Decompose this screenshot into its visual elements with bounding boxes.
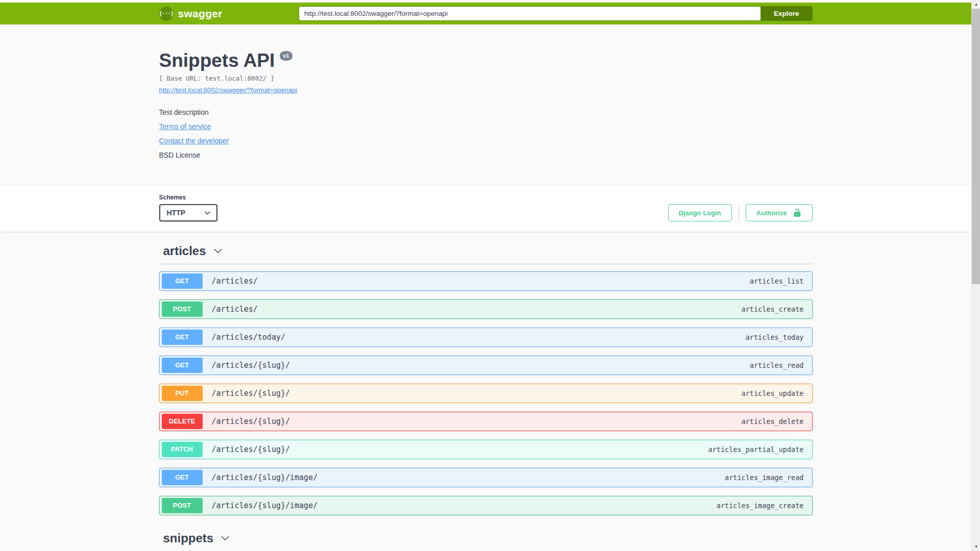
terms-of-service-link[interactable]: Terms of service — [159, 122, 211, 131]
auth-wrapper: Django Login Authorize — [668, 204, 813, 221]
opblock-articles_image_create[interactable]: POST/articles/{slug}/image/articles_imag… — [159, 496, 813, 515]
schemes-wrapper: Schemes HTTP — [159, 194, 217, 221]
chevron-down-icon — [212, 245, 224, 257]
opblock-articles_delete[interactable]: DELETE/articles/{slug}/articles_delete — [159, 412, 813, 431]
method-badge: POST — [162, 302, 203, 317]
swagger-logo-icon: {···} — [159, 7, 174, 21]
auth-divider — [739, 205, 739, 221]
method-badge: PUT — [162, 386, 203, 401]
explore-button[interactable]: Explore — [761, 6, 813, 21]
opblock-articles_image_read[interactable]: GET/articles/{slug}/image/articles_image… — [159, 468, 813, 487]
page-title: Snippets API v1 — [159, 50, 813, 71]
scroll-down-icon[interactable]: ▼ — [972, 542, 980, 551]
operation-id: articles_create — [742, 305, 804, 313]
schemes-selected-value: HTTP — [167, 209, 186, 217]
opblock-articles_today[interactable]: GET/articles/today/articles_today — [159, 328, 813, 347]
version-badge: v1 — [280, 51, 292, 61]
brand-name: swagger — [178, 8, 223, 20]
operation-path: /articles/{slug}/ — [212, 361, 290, 370]
spec-url-input[interactable] — [299, 6, 761, 21]
tag-section-snippets: snippetsGET/snippets/snippets_list — [159, 524, 813, 551]
operation-path: /articles/{slug}/image/ — [212, 501, 318, 510]
spec-link[interactable]: http://test.local:8002/swagger/?format=o… — [159, 86, 298, 94]
method-badge: GET — [162, 470, 203, 485]
operation-id: articles_delete — [742, 417, 804, 425]
operation-id: articles_list — [750, 277, 804, 285]
api-description: Test description — [159, 108, 813, 116]
base-url: [ Base URL: test.local:8002/ ] — [159, 74, 813, 82]
opblock-articles_create[interactable]: POST/articles/articles_create — [159, 299, 813, 319]
opblock-articles_read[interactable]: GET/articles/{slug}/articles_read — [159, 356, 813, 375]
scrollbar[interactable]: ▲ ▼ — [971, 0, 980, 551]
operation-id: articles_update — [742, 389, 804, 397]
tag-title: snippets — [163, 531, 214, 545]
method-badge: GET — [162, 273, 203, 289]
tag-section-articles: articlesGET/articles/articles_listPOST/a… — [159, 237, 813, 515]
scheme-container: Schemes HTTP Django Login Authorize — [0, 186, 971, 232]
operations-list: articlesGET/articles/articles_listPOST/a… — [159, 232, 813, 551]
operation-path: /articles/{slug}/ — [212, 389, 290, 398]
explore-form: Explore — [299, 6, 813, 21]
operation-path: /articles/ — [212, 277, 258, 286]
operation-path: /articles/{slug}/ — [212, 417, 290, 426]
schemes-select[interactable]: HTTP — [159, 204, 217, 221]
django-login-button[interactable]: Django Login — [668, 204, 732, 221]
operation-id: articles_image_read — [725, 473, 803, 482]
method-badge: GET — [162, 358, 203, 373]
operation-id: articles_read — [750, 361, 804, 369]
tag-header-snippets[interactable]: snippets — [159, 524, 813, 551]
scrollbar-thumb[interactable] — [972, 9, 980, 284]
tag-header-articles[interactable]: articles — [159, 237, 813, 264]
opblock-articles_partial_update[interactable]: PATCH/articles/{slug}/articles_partial_u… — [159, 440, 813, 459]
operation-path: /articles/today/ — [212, 333, 286, 342]
method-badge: PATCH — [162, 442, 203, 457]
operation-id: articles_today — [746, 333, 804, 341]
opblock-articles_list[interactable]: GET/articles/articles_list — [159, 271, 813, 291]
unlocked-padlock-icon — [793, 208, 802, 217]
authorize-label: Authorize — [756, 209, 787, 217]
opblock-articles_update[interactable]: PUT/articles/{slug}/articles_update — [159, 384, 813, 403]
contact-developer-link[interactable]: Contact the developer — [159, 137, 229, 145]
django-login-label: Django Login — [679, 209, 721, 217]
method-badge: POST — [162, 498, 203, 513]
operation-path: /articles/{slug}/ — [212, 445, 290, 454]
swagger-brand[interactable]: {···} swagger — [159, 7, 223, 21]
topbar: {···} swagger Explore — [0, 3, 971, 24]
method-badge: DELETE — [162, 414, 203, 429]
chevron-down-icon — [219, 533, 231, 544]
license-text: BSD License — [159, 151, 813, 159]
scroll-up-icon[interactable]: ▲ — [972, 0, 980, 9]
operation-id: articles_partial_update — [708, 445, 804, 454]
authorize-button[interactable]: Authorize — [746, 204, 813, 221]
operation-path: /articles/{slug}/image/ — [212, 473, 318, 482]
schemes-label: Schemes — [159, 194, 217, 201]
api-title-text: Snippets API — [159, 50, 275, 71]
tag-title: articles — [163, 244, 206, 258]
operation-path: /articles/ — [212, 305, 258, 314]
swagger-ui-page: {···} swagger Explore Snippets API v1 [ … — [0, 0, 971, 551]
method-badge: GET — [162, 330, 203, 345]
chevron-down-icon — [204, 209, 211, 217]
info-section: Snippets API v1 [ Base URL: test.local:8… — [159, 24, 813, 159]
operation-id: articles_image_create — [717, 502, 804, 510]
